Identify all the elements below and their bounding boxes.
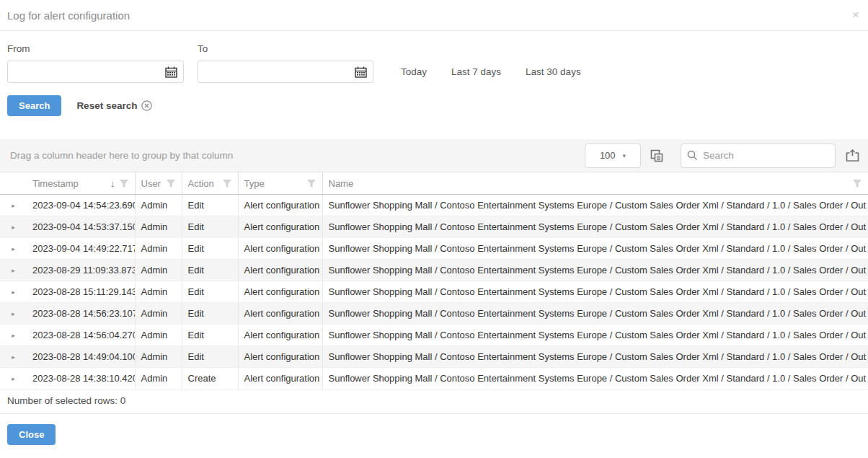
cell-name: Sunflower Shopping Mall / Contoso Entert… (322, 325, 868, 346)
cell-timestamp: 2023-08-29 11:09:33.873 (27, 260, 135, 281)
from-date-group: From (7, 43, 184, 83)
quick-link-last-30-days[interactable]: Last 30 days (526, 66, 581, 77)
from-label: From (7, 43, 184, 54)
cell-type: Alert configuration (238, 260, 322, 281)
selected-rows-status: Number of selected rows: 0 (0, 389, 868, 413)
row-expand-icon[interactable]: ▸ (0, 260, 27, 281)
table-header-row: Timestamp ↓ User (0, 172, 868, 195)
table-row[interactable]: ▸2023-08-29 11:09:33.873AdminEditAlert c… (0, 260, 868, 281)
row-expand-icon[interactable]: ▸ (0, 195, 27, 216)
row-expand-icon[interactable]: ▸ (0, 368, 27, 389)
table-row[interactable]: ▸2023-09-04 14:54:23.690AdminEditAlert c… (0, 195, 868, 216)
table-row[interactable]: ▸2023-08-28 14:56:23.107AdminEditAlert c… (0, 303, 868, 325)
cell-timestamp: 2023-09-04 14:49:22.717 (27, 238, 135, 260)
cell-action: Edit (182, 216, 238, 238)
quick-link-today[interactable]: Today (401, 66, 427, 77)
column-label: Action (188, 178, 222, 189)
column-header-action[interactable]: Action (182, 172, 238, 195)
column-label: Timestamp (32, 178, 110, 189)
cell-type: Alert configuration (238, 216, 322, 238)
table-row[interactable]: ▸2023-08-28 14:56:04.270AdminEditAlert c… (0, 325, 868, 346)
cell-name: Sunflower Shopping Mall / Contoso Entert… (322, 303, 868, 325)
grid-search-field[interactable] (681, 144, 836, 168)
column-label: Type (244, 178, 306, 189)
from-calendar-button[interactable] (163, 65, 179, 79)
column-header-user[interactable]: User (135, 172, 182, 195)
close-button[interactable]: Close (7, 424, 56, 445)
cell-action: Edit (182, 238, 238, 260)
cell-name: Sunflower Shopping Mall / Contoso Entert… (322, 238, 868, 260)
filter-funnel-icon[interactable] (306, 179, 316, 188)
to-date-field[interactable] (198, 61, 373, 83)
cell-action: Edit (182, 260, 238, 281)
cell-user: Admin (135, 216, 182, 238)
cell-type: Alert configuration (238, 303, 322, 325)
cell-timestamp: 2023-08-28 14:56:04.270 (27, 325, 135, 346)
to-calendar-button[interactable] (353, 65, 368, 79)
cell-timestamp: 2023-08-28 15:11:29.143 (27, 281, 135, 303)
column-label: User (141, 178, 166, 189)
to-date-group: To (198, 43, 373, 83)
table-row[interactable]: ▸2023-09-04 14:53:37.150AdminEditAlert c… (0, 216, 868, 238)
grid-search-input[interactable] (703, 150, 829, 161)
cell-name: Sunflower Shopping Mall / Contoso Entert… (322, 346, 868, 368)
row-expand-icon[interactable]: ▸ (0, 238, 27, 260)
cell-name: Sunflower Shopping Mall / Contoso Entert… (322, 216, 868, 238)
to-label: To (198, 43, 373, 54)
close-icon[interactable]: × (852, 9, 859, 21)
modal-footer: Close (0, 414, 868, 455)
column-header-timestamp[interactable]: Timestamp ↓ (27, 172, 135, 195)
sort-descending-icon[interactable]: ↓ (110, 178, 115, 189)
copy-icon (650, 149, 663, 162)
filter-funnel-icon[interactable] (166, 179, 176, 188)
cell-user: Admin (135, 325, 182, 346)
cell-user: Admin (135, 368, 182, 389)
filter-funnel-icon[interactable] (222, 179, 232, 188)
cell-user: Admin (135, 260, 182, 281)
from-date-input[interactable] (8, 61, 159, 82)
cell-timestamp: 2023-09-04 14:54:23.690 (27, 195, 135, 216)
cell-user: Admin (135, 281, 182, 303)
table-row[interactable]: ▸2023-09-04 14:49:22.717AdminEditAlert c… (0, 238, 868, 260)
filter-funnel-icon[interactable] (852, 179, 862, 188)
row-expand-icon[interactable]: ▸ (0, 325, 27, 346)
column-header-type[interactable]: Type (238, 172, 322, 195)
column-header-name[interactable]: Name (322, 172, 868, 195)
table-row[interactable]: ▸2023-08-28 14:49:04.100AdminEditAlert c… (0, 346, 868, 368)
cell-type: Alert configuration (238, 325, 322, 346)
reset-search-button[interactable]: Reset search (76, 100, 152, 111)
row-expand-icon[interactable]: ▸ (0, 346, 27, 368)
row-expand-icon[interactable]: ▸ (0, 281, 27, 303)
cell-timestamp: 2023-08-28 14:56:23.107 (27, 303, 135, 325)
copy-button[interactable] (650, 149, 663, 162)
table-body: ▸2023-09-04 14:54:23.690AdminEditAlert c… (0, 195, 868, 389)
row-expand-icon[interactable]: ▸ (0, 216, 27, 238)
quick-links: Today Last 7 days Last 30 days (401, 66, 606, 83)
cell-action: Edit (182, 346, 238, 368)
column-label: Name (329, 178, 853, 189)
page-size-value: 100 (600, 150, 616, 161)
filter-funnel-icon[interactable] (119, 179, 129, 188)
cell-action: Edit (182, 281, 238, 303)
cell-action: Create (182, 368, 238, 389)
search-button[interactable]: Search (7, 95, 61, 116)
cell-timestamp: 2023-08-28 14:38:10.420 (27, 368, 135, 389)
table-row[interactable]: ▸2023-08-28 14:38:10.420AdminCreateAlert… (0, 368, 868, 389)
calendar-icon (355, 66, 367, 78)
cell-user: Admin (135, 238, 182, 260)
cell-timestamp: 2023-09-04 14:53:37.150 (27, 216, 135, 238)
row-expand-icon[interactable]: ▸ (0, 303, 27, 325)
export-button[interactable] (846, 149, 859, 162)
to-date-input[interactable] (198, 61, 348, 82)
cell-action: Edit (182, 303, 238, 325)
cell-type: Alert configuration (238, 281, 322, 303)
table-row[interactable]: ▸2023-08-28 15:11:29.143AdminEditAlert c… (0, 281, 868, 303)
cell-action: Edit (182, 195, 238, 216)
chevron-down-icon: ▾ (623, 152, 626, 159)
page-size-dropdown[interactable]: 100 ▾ (585, 144, 641, 168)
quick-link-last-7-days[interactable]: Last 7 days (451, 66, 501, 77)
cell-name: Sunflower Shopping Mall / Contoso Entert… (322, 195, 868, 216)
from-date-field[interactable] (7, 61, 184, 83)
cell-name: Sunflower Shopping Mall / Contoso Entert… (322, 368, 868, 389)
group-panel[interactable]: Drag a column header here to group by th… (10, 150, 585, 161)
